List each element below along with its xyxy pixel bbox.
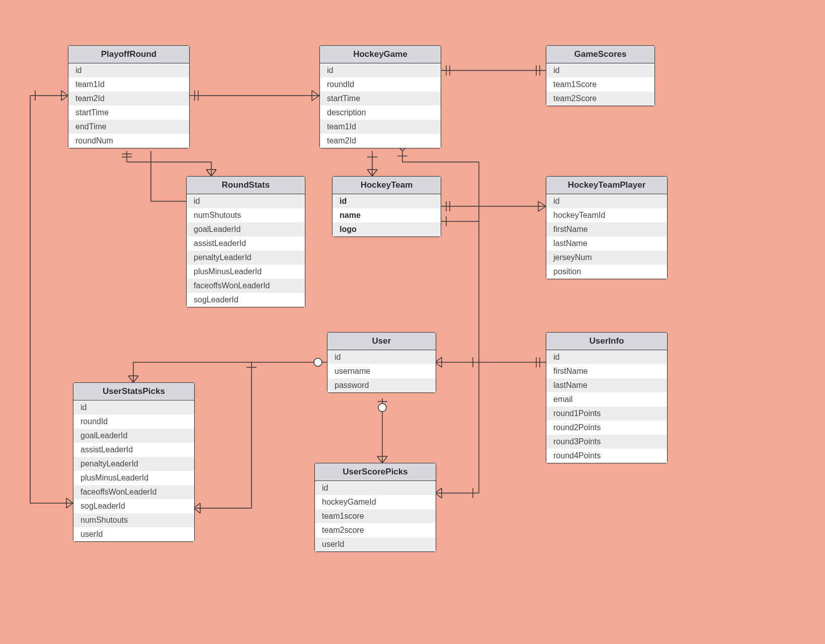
entity-field: name [333,208,441,222]
entity-field: goalLeaderId [187,222,305,236]
entity-field: roundId [320,77,441,92]
entity-field: position [546,265,667,279]
entity-header-playoffRound: PlayoffRound [68,46,189,63]
entity-field: startTime [320,92,441,106]
entity-header-user: User [327,333,436,350]
entity-gameScores: GameScoresidteam1Scoreteam2Score [546,45,655,106]
entity-field: userId [315,537,436,551]
entity-field: id [546,63,654,77]
entity-header-hockeyTeam: HockeyTeam [333,177,441,194]
entity-hockeyTeam: HockeyTeamidnamelogo [332,176,441,237]
entity-field: startTime [68,106,189,120]
entity-field: plusMinusLeaderId [187,265,305,279]
entity-field: password [327,378,436,392]
entity-field: team1Id [320,120,441,134]
entity-header-gameScores: GameScores [546,46,654,63]
entity-field: faceoffsWonLeaderId [187,279,305,293]
entity-field: round2Points [546,421,667,435]
entity-field: numShutouts [187,208,305,222]
entity-field: team2Id [320,134,441,148]
entity-header-roundStats: RoundStats [187,177,305,194]
entity-field: roundNum [68,134,189,148]
entity-field: id [546,194,667,208]
entity-field: team2Id [68,92,189,106]
entity-field: lastName [546,378,667,392]
entity-userInfo: UserInfoidfirstNamelastNameemailround1Po… [546,332,668,463]
entity-field: userId [73,527,194,541]
entity-field: id [546,350,667,364]
entity-header-userScorePicks: UserScorePicks [315,463,436,481]
entity-field: firstName [546,364,667,378]
entity-hockeyTeamPlayer: HockeyTeamPlayeridhockeyTeamIdfirstNamel… [546,176,668,279]
entity-roundStats: RoundStatsidnumShutoutsgoalLeaderIdassis… [186,176,305,307]
entity-field: plusMinusLeaderId [73,471,194,485]
entity-field: round3Points [546,435,667,449]
entity-field: team1Id [68,77,189,92]
entity-field: team1score [315,509,436,523]
svg-point-1 [378,404,386,412]
entity-hockeyGame: HockeyGameidroundIdstartTimedescriptiont… [319,45,441,148]
svg-point-0 [314,358,322,366]
entity-field: logo [333,222,441,236]
entity-field: sogLeaderId [187,293,305,307]
entity-field: id [327,350,436,364]
entity-header-hockeyTeamPlayer: HockeyTeamPlayer [546,177,667,194]
entity-field: id [320,63,441,77]
entity-field: roundId [73,415,194,429]
entity-field: penaltyLeaderId [187,251,305,265]
entity-field: id [333,194,441,208]
entity-field: hockeyTeamId [546,208,667,222]
entity-header-userStatsPicks: UserStatsPicks [73,383,194,400]
entity-field: faceoffsWonLeaderId [73,485,194,499]
entity-field: firstName [546,222,667,236]
entity-field: id [315,481,436,495]
entity-field: id [187,194,305,208]
entity-field: goalLeaderId [73,429,194,443]
entity-field: numShutouts [73,513,194,527]
entity-field: hockeyGameId [315,495,436,509]
entity-field: assistLeaderId [73,443,194,457]
entity-field: endTime [68,120,189,134]
entity-field: username [327,364,436,378]
entity-header-hockeyGame: HockeyGame [320,46,441,63]
entity-field: team2score [315,523,436,537]
entity-field: team2Score [546,92,654,106]
entity-userScorePicks: UserScorePicksidhockeyGameIdteam1scorete… [314,463,436,552]
entity-field: penaltyLeaderId [73,457,194,471]
entity-field: assistLeaderId [187,236,305,251]
entity-field: lastName [546,236,667,251]
entity-field: sogLeaderId [73,499,194,513]
entity-field: description [320,106,441,120]
entity-field: email [546,392,667,407]
entity-field: jerseyNum [546,251,667,265]
entity-userStatsPicks: UserStatsPicksidroundIdgoalLeaderIdassis… [73,382,195,542]
entity-field: round4Points [546,449,667,463]
entity-header-userInfo: UserInfo [546,333,667,350]
entity-user: Useridusernamepassword [327,332,436,393]
entity-field: round1Points [546,407,667,421]
entity-field: team1Score [546,77,654,92]
entity-playoffRound: PlayoffRoundidteam1Idteam2IdstartTimeend… [68,45,190,148]
entity-field: id [73,400,194,415]
entity-field: id [68,63,189,77]
